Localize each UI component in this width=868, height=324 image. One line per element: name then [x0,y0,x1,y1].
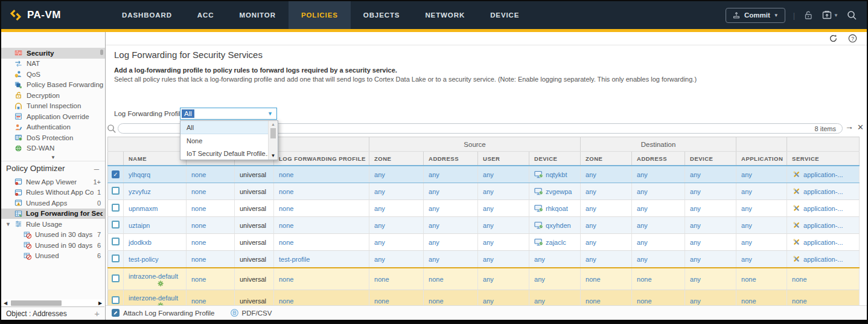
col-source-device[interactable]: DEVICE [529,152,581,166]
source-device-cell[interactable]: zvgewpa [529,183,581,200]
table-row-jdodkxb[interactable]: jdodkxbnoneuniversalnoneanyanyanyzajaclc… [108,234,860,251]
user-cell[interactable]: any [478,200,529,217]
source-address-cell[interactable]: any [424,200,478,217]
optimizer-item-unused-in-30-days[interactable]: Unused in 30 days7 [1,230,105,241]
log-forwarding-profile-cell[interactable]: none [274,268,369,290]
row-checkbox-cell[interactable] [108,268,124,290]
col-checkbox[interactable] [108,152,124,166]
service-cell[interactable]: application-... [787,166,860,183]
row-checkbox[interactable] [112,204,120,212]
col-source-zone[interactable]: ZONE [369,152,424,166]
tab-policies[interactable]: POLICIES [289,1,351,29]
user-cell[interactable]: any [478,166,529,183]
service-link[interactable]: none [792,297,806,305]
dest-device-cell[interactable]: any [685,251,736,268]
table-row-upnmaxm[interactable]: upnmaxmnoneuniversalnoneanyanyanyrhkqoat… [108,200,860,217]
row-checkbox-cell[interactable] [108,217,124,234]
save-candidate-config[interactable]: ▼ [822,10,838,21]
user-cell[interactable]: any [478,217,529,234]
rule-name-cell[interactable]: intrazone-default [124,268,187,290]
dest-address-cell[interactable]: none [632,268,685,290]
source-device-link[interactable]: rhkqoat [546,205,568,212]
attach-log-forwarding-profile-button[interactable]: Attach Log Forwarding Profile [112,309,215,317]
row-checkbox[interactable] [112,296,120,304]
clear-filter-icon[interactable]: ✕ [857,123,864,132]
log-forwarding-profile-cell[interactable]: none [274,166,369,183]
filter-option-none[interactable]: None [180,134,268,147]
source-address-cell[interactable]: any [424,234,478,251]
application-cell[interactable]: any [736,251,787,268]
commit-button[interactable]: Commit ▼ [726,8,785,23]
rule-name-link[interactable]: interzone-default [129,294,183,302]
tab-monitor[interactable]: MONITOR [226,1,288,29]
scroll-down-icon[interactable]: ▼ [271,153,276,160]
pdf-csv-button[interactable]: PDF/CSV [231,309,272,317]
dest-device-cell[interactable]: any [685,234,736,251]
source-device-link[interactable]: zvgewpa [546,188,572,195]
dest-zone-cell[interactable]: any [581,251,632,268]
application-cell[interactable]: any [736,234,787,251]
service-link[interactable]: application-... [803,239,843,246]
col-log-forwarding-profile[interactable]: LOG FORWARDING PROFILE [274,152,369,166]
hscrollbar-thumb[interactable] [11,300,62,306]
log-forwarding-profile-cell[interactable]: none [274,234,369,251]
sidebar-item-sd-wan[interactable]: SD-WAN [1,143,105,154]
source-zone-cell[interactable]: any [369,166,424,183]
service-cell[interactable]: application-... [787,217,860,234]
rule-type-cell[interactable]: universal [235,234,274,251]
service-link[interactable]: application-... [803,171,843,178]
sidebar-item-decryption[interactable]: Decryption [1,90,105,101]
tab-dashboard[interactable]: DASHBOARD [109,1,185,29]
rule-name-link[interactable]: uztaipn [124,217,187,234]
service-link[interactable]: none [792,276,806,283]
global-search-icon[interactable] [846,10,857,21]
dest-zone-cell[interactable]: any [581,234,632,251]
row-checkbox-cell[interactable] [108,251,124,268]
dest-device-cell[interactable]: any [685,268,736,290]
dest-device-cell[interactable]: any [685,183,736,200]
optimizer-item-rules-without-app-controls[interactable]: Rules Without App Controls1 [1,187,105,198]
service-cell[interactable]: application-... [787,183,860,200]
source-device-cell[interactable]: any [529,268,581,290]
user-cell[interactable]: any [478,183,529,200]
source-device-link[interactable]: nqtykbt [546,171,567,178]
rule-type-cell[interactable]: universal [235,166,274,183]
dest-device-cell[interactable]: any [685,217,736,234]
col-source-address[interactable]: ADDRESS [424,152,478,166]
application-cell[interactable]: none [736,268,787,290]
source-device-cell[interactable]: any [529,251,581,268]
service-link[interactable]: application-... [803,222,843,229]
tab-objects[interactable]: OBJECTS [351,1,413,29]
table-row-yzvyfuz[interactable]: yzvyfuznoneuniversalnoneanyanyanyzvgewpa… [108,183,860,200]
tags-cell[interactable]: none [187,200,235,217]
collapse-icon[interactable]: – [94,166,99,172]
scroll-right-icon[interactable]: ▶ [96,300,104,306]
lock-icon[interactable] [803,10,814,21]
rule-type-cell[interactable]: universal [235,200,274,217]
rule-name-link[interactable]: upnmaxm [124,200,187,217]
scroll-up-icon[interactable]: ▲ [271,121,275,126]
sidebar-scrollbar-thumb[interactable] [100,50,103,55]
log-forwarding-profile-cell[interactable]: none [274,183,369,200]
tab-network[interactable]: NETWORK [412,1,477,29]
row-checkbox-cell[interactable] [108,234,124,251]
service-link[interactable]: application-... [803,205,843,212]
dest-zone-cell[interactable]: any [581,217,632,234]
tags-cell[interactable]: none [187,217,235,234]
rule-type-cell[interactable]: universal [235,268,274,290]
tags-cell[interactable]: none [187,234,235,251]
user-cell[interactable]: any [478,251,529,268]
optimizer-item-unused-apps[interactable]: Unused Apps0 [1,198,105,209]
source-address-cell[interactable]: any [424,217,478,234]
source-zone-cell[interactable]: any [369,183,424,200]
dest-zone-cell[interactable]: none [581,268,632,290]
chevron-down-icon[interactable]: ▼ [5,221,11,227]
rule-name-link[interactable]: yzvyfuz [124,183,187,200]
rule-type-cell[interactable]: universal [235,217,274,234]
service-cell[interactable]: application-... [787,251,860,268]
dest-zone-cell[interactable]: any [581,200,632,217]
tags-cell[interactable]: none [187,268,235,290]
apply-filter-arrow-icon[interactable]: → [845,122,854,131]
optimizer-item-new-app-viewer[interactable]: New App Viewer1+ [1,177,105,187]
sidebar-item-nat[interactable]: NAT [1,59,105,70]
